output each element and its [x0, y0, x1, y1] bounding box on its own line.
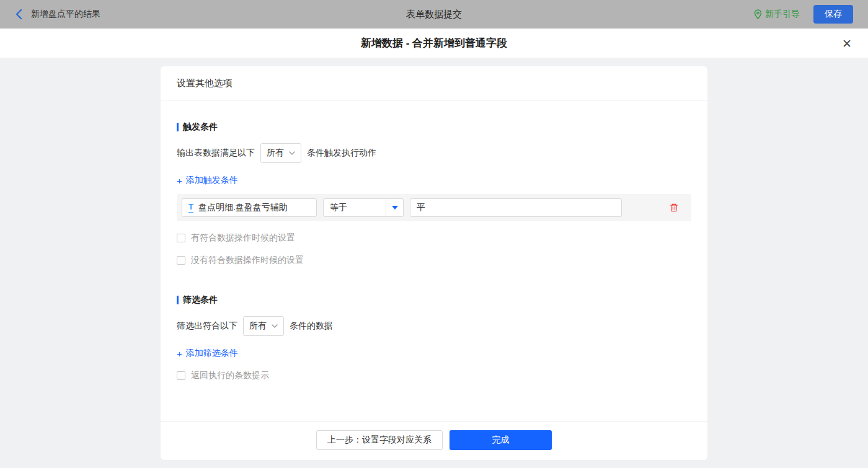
- section-accent-bar: [177, 123, 179, 131]
- finish-button[interactable]: 完成: [450, 430, 552, 450]
- add-trigger-condition-link[interactable]: + 添加触发条件: [177, 175, 238, 186]
- trigger-section-title: 触发条件: [177, 121, 691, 133]
- caret-down-icon: [392, 206, 398, 210]
- filter-section-label: 筛选条件: [183, 294, 218, 306]
- options-card: 设置其他选项 触发条件 输出表数据满足以下 所有 条件触发执行动作 + 添: [161, 66, 707, 460]
- chevron-down-icon: [272, 324, 278, 328]
- count-tip-row: 返回执行的条数提示: [177, 370, 691, 381]
- section-accent-bar: [177, 296, 179, 304]
- card-footer: 上一步：设置字段对应关系 完成: [161, 421, 707, 460]
- count-tip-checkbox[interactable]: [177, 371, 185, 380]
- topbar-back-group[interactable]: 新增盘点平的结果: [15, 9, 100, 20]
- add-filter-condition-link[interactable]: + 添加筛选条件: [177, 348, 238, 359]
- save-button[interactable]: 保存: [813, 5, 853, 24]
- filter-match-mode-select[interactable]: 所有: [243, 316, 284, 336]
- topbar-title: 表单数据提交: [406, 9, 462, 20]
- trigger-match-mode-value: 所有: [267, 148, 284, 159]
- condition-value-input[interactable]: [410, 198, 622, 217]
- card-header-title: 设置其他选项: [161, 66, 707, 100]
- has-match-checkbox[interactable]: [177, 234, 185, 242]
- trigger-prefix-text: 输出表数据满足以下: [177, 148, 255, 159]
- add-filter-condition-label: 添加筛选条件: [186, 348, 238, 359]
- no-match-label: 没有符合数据操作时候的设置: [191, 255, 304, 266]
- previous-step-button[interactable]: 上一步：设置字段对应关系: [316, 430, 443, 450]
- delete-condition-trash-icon[interactable]: [669, 203, 679, 213]
- filter-section-title: 筛选条件: [177, 294, 691, 306]
- filter-condition-sentence: 筛选出符合以下 所有 条件的数据: [177, 316, 691, 336]
- no-match-checkbox[interactable]: [177, 256, 185, 265]
- trigger-section-label: 触发条件: [183, 121, 218, 133]
- condition-field-select[interactable]: T 盘点明细.盘盈盘亏辅助: [182, 198, 317, 217]
- trigger-condition-row: T 盘点明细.盘盈盘亏辅助 等于: [177, 194, 691, 221]
- trigger-condition-sentence: 输出表数据满足以下 所有 条件触发执行动作: [177, 143, 691, 163]
- add-trigger-condition-label: 添加触发条件: [186, 175, 238, 186]
- condition-operator-value: 等于: [330, 202, 386, 213]
- plus-icon: +: [177, 175, 182, 186]
- dialog-title: 新增数据 - 合并新增到普通字段: [361, 36, 507, 50]
- card-body: 触发条件 输出表数据满足以下 所有 条件触发执行动作 + 添加触发条件 T: [161, 100, 707, 421]
- topbar-back-label[interactable]: 新增盘点平的结果: [31, 9, 100, 20]
- topbar-right-group: 新手引导 保存: [754, 5, 853, 24]
- filter-match-mode-value: 所有: [249, 320, 267, 332]
- top-app-bar: 新增盘点平的结果 表单数据提交 新手引导 保存: [0, 0, 868, 29]
- chevron-down-icon: [289, 151, 295, 155]
- back-chevron-icon[interactable]: [15, 9, 22, 20]
- operator-caret-zone[interactable]: [386, 199, 403, 216]
- has-match-settings-row: 有符合数据操作时候的设置: [177, 232, 691, 244]
- filter-prefix-text: 筛选出符合以下: [177, 320, 237, 332]
- map-pin-icon: [754, 9, 762, 19]
- close-icon[interactable]: ✕: [842, 37, 852, 49]
- beginner-guide-link[interactable]: 新手引导: [754, 9, 800, 20]
- dialog-body: 设置其他选项 触发条件 输出表数据满足以下 所有 条件触发执行动作 + 添: [0, 58, 868, 468]
- count-tip-label: 返回执行的条数提示: [191, 370, 269, 381]
- has-match-label: 有符合数据操作时候的设置: [191, 232, 295, 244]
- text-field-type-icon: T: [188, 203, 193, 212]
- dialog-titlebar: 新增数据 - 合并新增到普通字段 ✕: [0, 29, 868, 58]
- no-match-settings-row: 没有符合数据操作时候的设置: [177, 255, 691, 266]
- trigger-suffix-text: 条件触发执行动作: [307, 148, 376, 159]
- condition-operator-select[interactable]: 等于: [323, 198, 404, 217]
- trigger-match-mode-select[interactable]: 所有: [260, 143, 301, 163]
- filter-suffix-text: 条件的数据: [290, 320, 333, 332]
- condition-field-value: 盘点明细.盘盈盘亏辅助: [198, 202, 288, 213]
- plus-icon: +: [177, 348, 182, 359]
- beginner-guide-label: 新手引导: [765, 9, 800, 20]
